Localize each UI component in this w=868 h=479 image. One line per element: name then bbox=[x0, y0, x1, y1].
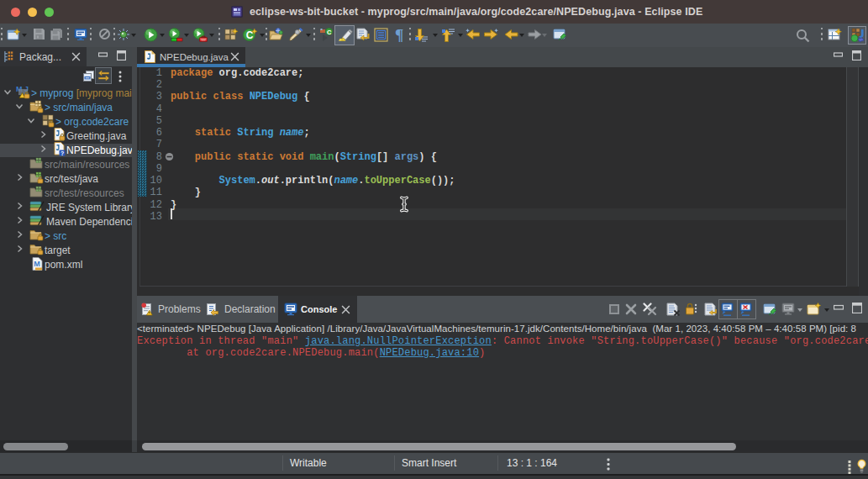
svg-text:C: C bbox=[327, 29, 332, 36]
svg-text:?: ? bbox=[60, 150, 64, 156]
svg-text:M: M bbox=[34, 260, 40, 268]
